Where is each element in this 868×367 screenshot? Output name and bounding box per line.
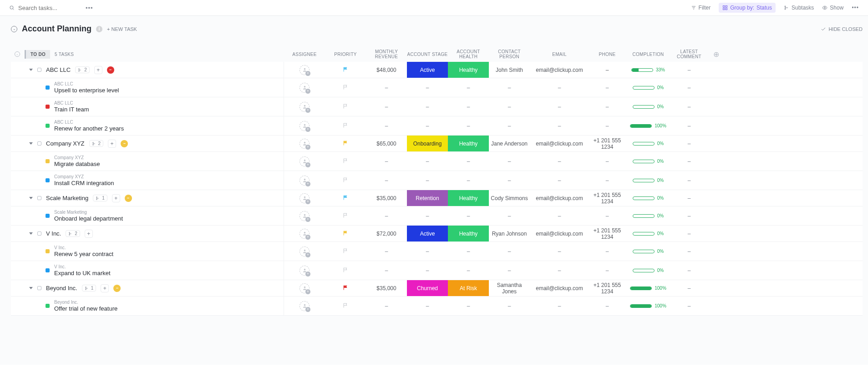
priority-circle-icon[interactable] [121,140,128,147]
subtask-name[interactable]: Onboard legal department [54,215,123,222]
priority-flag-icon[interactable] [343,212,349,220]
add-subtask-button[interactable]: + [112,194,120,202]
task-row[interactable]: Company XYZ2+$65,000OnboardingHealthyJan… [11,136,863,152]
subtask-name[interactable]: Upsell to enterprise level [54,87,119,94]
priority-flag-icon[interactable] [343,158,349,165]
task-name[interactable]: Company XYZ [46,140,85,147]
email-cell[interactable]: – [530,152,589,171]
completion-cell[interactable]: 0% [633,85,664,90]
info-icon[interactable]: i [96,26,102,32]
health-chip[interactable]: Healthy [448,62,489,78]
assignee-placeholder[interactable] [299,301,310,311]
status-square[interactable] [37,286,41,290]
status-square[interactable] [46,249,50,253]
add-subtask-button[interactable]: + [85,230,93,238]
phone-cell[interactable]: – [589,116,625,135]
priority-flag-icon[interactable] [343,66,349,74]
contact-cell[interactable]: John Smith [489,62,530,78]
health-cell[interactable]: – [448,78,489,97]
priority-flag-icon[interactable] [343,248,349,255]
col-revenue[interactable]: MONTHLY REVENUE [366,49,407,59]
subtask-row[interactable]: V Inc.Expand to UK market––––––0%– [11,261,863,280]
subtask-row[interactable]: Beyond Inc.Offer trial of new feature–––… [11,297,863,316]
task-name[interactable]: Scale Marketing [46,195,88,201]
email-cell[interactable]: email@clickup.com [530,62,589,78]
comment-cell[interactable]: – [671,171,707,190]
health-chip[interactable]: Healthy [448,226,489,241]
completion-cell[interactable]: 0% [633,268,664,273]
subtask-count-badge[interactable]: 2 [75,66,90,73]
health-cell[interactable]: – [448,206,489,225]
contact-cell[interactable]: – [489,261,530,280]
subtask-name[interactable]: Renew 5 year contract [54,251,113,257]
phone-cell[interactable]: – [589,206,625,225]
col-priority[interactable]: PRIORITY [325,52,366,57]
subtask-count-badge[interactable]: 2 [66,230,80,237]
add-subtask-button[interactable]: + [108,140,116,148]
priority-flag-icon[interactable] [343,140,349,147]
subtask-name[interactable]: Migrate database [54,161,100,167]
add-subtask-button[interactable]: + [94,66,102,74]
completion-cell[interactable]: 100% [630,286,666,291]
assignee-placeholder[interactable] [299,211,310,221]
phone-cell[interactable]: – [589,261,625,280]
assignee-placeholder[interactable] [299,283,310,293]
assignee-placeholder[interactable] [299,102,310,112]
expand-icon[interactable] [29,232,33,235]
stage-chip[interactable]: Churned [407,280,448,296]
contact-cell[interactable]: – [489,171,530,190]
revenue-cell[interactable]: $35,000 [366,190,407,206]
filter-button[interactable]: Filter [691,5,711,11]
status-square[interactable] [37,231,41,236]
email-cell[interactable]: – [530,206,589,225]
status-square[interactable] [46,105,50,109]
comment-cell[interactable]: – [671,136,707,151]
revenue-cell[interactable]: – [366,97,407,116]
email-cell[interactable]: – [530,116,589,135]
new-task-button[interactable]: + NEW TASK [107,26,137,32]
subtask-name[interactable]: Offer trial of new feature [54,305,117,312]
phone-cell[interactable]: – [589,62,625,78]
collapse-list-icon[interactable]: ⌄ [11,26,17,32]
col-completion[interactable]: COMPLETION [625,52,671,57]
col-phone[interactable]: PHONE [589,52,625,57]
revenue-cell[interactable]: $48,000 [366,62,407,78]
groupby-button[interactable]: Group by: Status [719,3,776,13]
priority-flag-icon[interactable] [343,230,349,237]
revenue-cell[interactable]: – [366,116,407,135]
col-health[interactable]: ACCOUNT HEALTH [448,49,489,59]
comment-cell[interactable]: – [671,226,707,241]
phone-cell[interactable]: +1 201 555 1234 [589,226,625,241]
subtask-row[interactable]: ABC LLCRenew for another 2 years––––––10… [11,116,863,136]
priority-flag-icon[interactable] [343,103,349,111]
status-chip[interactable]: TO DO [25,50,50,59]
subtasks-button[interactable]: Subtasks [784,5,814,11]
revenue-cell[interactable]: $65,000 [366,136,407,151]
assignee-placeholder[interactable] [299,193,310,203]
status-square[interactable] [37,68,41,72]
completion-cell[interactable]: 0% [633,196,664,201]
assignee-placeholder[interactable] [299,246,310,256]
status-square[interactable] [46,304,50,308]
comment-cell[interactable]: – [671,206,707,225]
status-square[interactable] [37,196,41,200]
assignee-placeholder[interactable] [299,65,310,75]
email-cell[interactable]: – [530,78,589,97]
priority-circle-icon[interactable] [125,195,132,202]
priority-flag-icon[interactable] [343,195,349,202]
stage-cell[interactable]: – [407,116,448,135]
health-cell[interactable]: – [448,242,489,261]
priority-flag-icon[interactable] [343,122,349,130]
revenue-cell[interactable]: $72,000 [366,226,407,241]
email-cell[interactable]: – [530,242,589,261]
task-name[interactable]: V Inc. [46,230,61,237]
phone-cell[interactable]: – [589,242,625,261]
completion-cell[interactable]: 100% [630,123,666,128]
stage-cell[interactable]: – [407,297,448,315]
expand-icon[interactable] [29,287,33,289]
email-cell[interactable]: – [530,261,589,280]
assignee-placeholder[interactable] [299,156,310,166]
assignee-placeholder[interactable] [299,121,310,131]
comment-cell[interactable]: – [671,297,707,315]
completion-cell[interactable]: 100% [630,303,666,308]
